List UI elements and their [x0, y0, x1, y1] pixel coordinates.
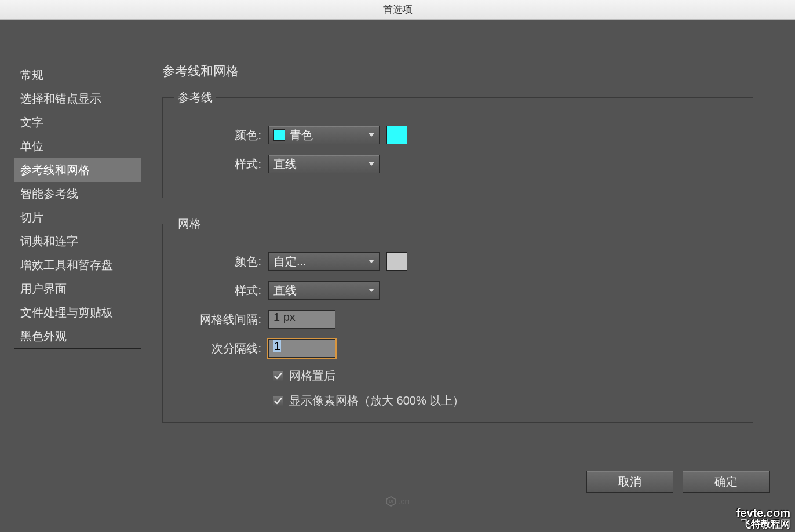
grid-style-dropdown[interactable]: 直线: [268, 281, 380, 300]
grids-in-back-checkbox[interactable]: [273, 371, 283, 381]
sidebar-item-smart-guides[interactable]: 智能参考线: [14, 182, 141, 206]
chevron-down-icon: [363, 126, 379, 144]
grid-style-value: 直线: [273, 283, 297, 298]
page-title: 参考线和网格: [162, 63, 753, 80]
sidebar-item-plugins-scratch[interactable]: 增效工具和暂存盘: [14, 253, 141, 277]
guides-color-dropdown[interactable]: 青色: [268, 126, 380, 144]
grid-color-swatch[interactable]: [386, 252, 407, 271]
sidebar-item-general[interactable]: 常规: [14, 63, 141, 87]
sidebar-item-units[interactable]: 单位: [14, 134, 141, 158]
guides-color-swatch[interactable]: [386, 126, 407, 144]
guides-style-dropdown[interactable]: 直线: [268, 155, 380, 173]
grid-style-label: 样式:: [174, 283, 261, 298]
guides-color-dd-swatch: [273, 129, 285, 141]
category-sidebar: 常规 选择和锚点显示 文字 单位 参考线和网格 智能参考线 切片 词典和连字 增…: [14, 63, 141, 349]
grids-in-back-label: 网格置后: [289, 368, 335, 384]
svg-text:UI: UI: [389, 500, 393, 504]
chevron-down-icon: [363, 282, 379, 299]
subdivisions-label: 次分隔线:: [174, 341, 261, 356]
guides-color-label: 颜色:: [174, 127, 261, 143]
grid-color-value: 自定...: [273, 254, 307, 269]
watermark: fevte.com 飞特教程网: [736, 507, 790, 530]
dialog-footer: 取消 确定: [586, 471, 770, 493]
guides-style-value: 直线: [273, 156, 297, 172]
sidebar-item-file-handling[interactable]: 文件处理与剪贴板: [14, 301, 141, 325]
sidebar-item-slices[interactable]: 切片: [14, 206, 141, 229]
guides-group: 参考线 颜色: 青色 样式: 直线: [162, 97, 753, 198]
ok-button[interactable]: 确定: [683, 471, 770, 493]
cancel-button[interactable]: 取消: [586, 471, 673, 493]
guides-legend: 参考线: [174, 90, 216, 105]
sidebar-item-guides-grid[interactable]: 参考线和网格: [14, 158, 141, 182]
window-title: 首选项: [0, 0, 795, 20]
sidebar-item-selection-anchor[interactable]: 选择和锚点显示: [14, 87, 141, 111]
chevron-down-icon: [363, 155, 379, 173]
show-pixel-grid-checkbox[interactable]: [273, 396, 283, 406]
ui-cn-logo: UI .cn: [386, 496, 410, 507]
chevron-down-icon: [363, 253, 379, 270]
guides-style-label: 样式:: [174, 156, 261, 172]
sidebar-item-hyphenation[interactable]: 词典和连字: [14, 229, 141, 253]
sidebar-item-appearance-black[interactable]: 黑色外观: [14, 325, 141, 348]
main-panel: 参考线和网格 参考线 颜色: 青色 样式: 直线: [162, 63, 753, 449]
gridline-every-label: 网格线间隔:: [174, 312, 261, 327]
gridline-every-input[interactable]: 1 px: [268, 310, 335, 329]
sidebar-item-type[interactable]: 文字: [14, 111, 141, 134]
grid-color-dropdown[interactable]: 自定...: [268, 252, 380, 271]
grid-color-label: 颜色:: [174, 254, 261, 269]
hexagon-icon: UI: [386, 496, 396, 507]
subdivisions-input[interactable]: 1: [268, 339, 335, 358]
preferences-dialog: 常规 选择和锚点显示 文字 单位 参考线和网格 智能参考线 切片 词典和连字 增…: [0, 20, 795, 532]
guides-color-value: 青色: [290, 127, 313, 143]
grid-legend: 网格: [174, 216, 205, 232]
grid-group: 网格 颜色: 自定... 样式: 直线: [162, 224, 753, 423]
sidebar-item-user-interface[interactable]: 用户界面: [14, 277, 141, 301]
show-pixel-grid-label: 显示像素网格（放大 600% 以上）: [289, 393, 464, 409]
